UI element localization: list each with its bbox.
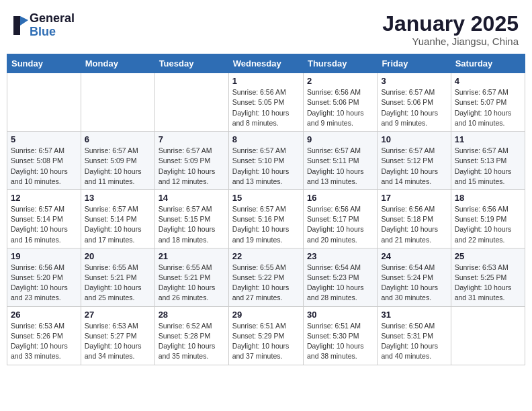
calendar-cell: 25Sunrise: 6:53 AM Sunset: 5:25 PM Dayli… [451, 248, 525, 306]
calendar-cell [81, 73, 154, 132]
calendar-cell: 13Sunrise: 6:57 AM Sunset: 5:14 PM Dayli… [81, 189, 154, 248]
calendar-cell: 3Sunrise: 6:57 AM Sunset: 5:06 PM Daylig… [378, 73, 451, 132]
day-number: 25 [455, 251, 521, 261]
day-info: Sunrise: 6:57 AM Sunset: 5:11 PM Dayligh… [307, 146, 373, 187]
weekday-header-friday: Friday [378, 54, 451, 73]
calendar-cell: 23Sunrise: 6:54 AM Sunset: 5:23 PM Dayli… [303, 248, 377, 306]
day-info: Sunrise: 6:51 AM Sunset: 5:30 PM Dayligh… [307, 321, 373, 362]
weekday-header-thursday: Thursday [303, 54, 377, 73]
calendar-week-row: 1Sunrise: 6:56 AM Sunset: 5:05 PM Daylig… [7, 73, 525, 132]
day-number: 22 [232, 251, 300, 261]
day-number: 5 [11, 134, 77, 144]
calendar-cell: 16Sunrise: 6:56 AM Sunset: 5:17 PM Dayli… [303, 189, 377, 248]
day-number: 29 [232, 310, 300, 320]
title-block: January 2025 Yuanhe, Jiangsu, China [382, 12, 519, 47]
day-info: Sunrise: 6:56 AM Sunset: 5:19 PM Dayligh… [455, 204, 521, 245]
weekday-header-row: SundayMondayTuesdayWednesdayThursdayFrid… [7, 54, 525, 73]
calendar-cell: 17Sunrise: 6:56 AM Sunset: 5:18 PM Dayli… [378, 189, 451, 248]
day-info: Sunrise: 6:57 AM Sunset: 5:13 PM Dayligh… [455, 146, 521, 187]
calendar-cell: 12Sunrise: 6:57 AM Sunset: 5:14 PM Dayli… [7, 189, 81, 248]
calendar-cell: 21Sunrise: 6:55 AM Sunset: 5:21 PM Dayli… [154, 248, 228, 306]
day-number: 7 [159, 134, 225, 144]
calendar-week-row: 26Sunrise: 6:53 AM Sunset: 5:26 PM Dayli… [7, 306, 525, 365]
day-info: Sunrise: 6:57 AM Sunset: 5:14 PM Dayligh… [11, 204, 77, 245]
calendar-week-row: 12Sunrise: 6:57 AM Sunset: 5:14 PM Dayli… [7, 189, 525, 248]
calendar-cell: 27Sunrise: 6:53 AM Sunset: 5:27 PM Dayli… [81, 306, 154, 365]
day-info: Sunrise: 6:56 AM Sunset: 5:06 PM Dayligh… [307, 87, 373, 128]
day-number: 30 [307, 310, 373, 320]
calendar-table: SundayMondayTuesdayWednesdayThursdayFrid… [7, 54, 525, 365]
weekday-header-sunday: Sunday [7, 54, 81, 73]
weekday-header-saturday: Saturday [451, 54, 525, 73]
day-number: 19 [11, 251, 77, 261]
calendar-cell: 14Sunrise: 6:57 AM Sunset: 5:15 PM Dayli… [154, 189, 228, 248]
calendar-cell: 7Sunrise: 6:57 AM Sunset: 5:09 PM Daylig… [154, 132, 228, 190]
day-info: Sunrise: 6:57 AM Sunset: 5:12 PM Dayligh… [381, 146, 447, 187]
calendar-cell: 6Sunrise: 6:57 AM Sunset: 5:09 PM Daylig… [81, 132, 154, 190]
day-info: Sunrise: 6:57 AM Sunset: 5:09 PM Dayligh… [85, 146, 151, 187]
day-number: 26 [11, 310, 77, 320]
day-number: 6 [85, 134, 151, 144]
day-info: Sunrise: 6:57 AM Sunset: 5:15 PM Dayligh… [159, 204, 225, 245]
day-number: 21 [159, 251, 225, 261]
day-number: 1 [232, 76, 300, 86]
day-info: Sunrise: 6:57 AM Sunset: 5:06 PM Dayligh… [381, 87, 447, 128]
calendar-cell: 1Sunrise: 6:56 AM Sunset: 5:05 PM Daylig… [228, 73, 303, 132]
day-info: Sunrise: 6:55 AM Sunset: 5:21 PM Dayligh… [85, 263, 151, 304]
calendar-cell: 19Sunrise: 6:56 AM Sunset: 5:20 PM Dayli… [7, 248, 81, 306]
calendar-cell: 30Sunrise: 6:51 AM Sunset: 5:30 PM Dayli… [303, 306, 377, 365]
day-info: Sunrise: 6:57 AM Sunset: 5:10 PM Dayligh… [232, 146, 300, 187]
day-info: Sunrise: 6:54 AM Sunset: 5:24 PM Dayligh… [381, 263, 447, 304]
day-info: Sunrise: 6:50 AM Sunset: 5:31 PM Dayligh… [381, 321, 447, 362]
day-number: 28 [159, 310, 225, 320]
calendar-cell: 10Sunrise: 6:57 AM Sunset: 5:12 PM Dayli… [378, 132, 451, 190]
day-number: 16 [307, 193, 373, 203]
calendar-cell [154, 73, 228, 132]
svg-rect-0 [13, 16, 20, 35]
calendar-week-row: 5Sunrise: 6:57 AM Sunset: 5:08 PM Daylig… [7, 132, 525, 190]
logo-blue: Blue [30, 26, 75, 39]
page-header: General Blue January 2025 Yuanhe, Jiangs… [7, 7, 525, 50]
day-number: 20 [85, 251, 151, 261]
svg-marker-1 [20, 16, 28, 26]
day-info: Sunrise: 6:56 AM Sunset: 5:18 PM Dayligh… [381, 204, 447, 245]
calendar-cell: 2Sunrise: 6:56 AM Sunset: 5:06 PM Daylig… [303, 73, 377, 132]
calendar-cell: 18Sunrise: 6:56 AM Sunset: 5:19 PM Dayli… [451, 189, 525, 248]
day-number: 11 [455, 134, 521, 144]
day-number: 4 [455, 76, 521, 86]
day-number: 9 [307, 134, 373, 144]
day-info: Sunrise: 6:57 AM Sunset: 5:08 PM Dayligh… [11, 146, 77, 187]
day-number: 8 [232, 134, 300, 144]
calendar-cell: 8Sunrise: 6:57 AM Sunset: 5:10 PM Daylig… [228, 132, 303, 190]
day-info: Sunrise: 6:51 AM Sunset: 5:29 PM Dayligh… [232, 321, 300, 362]
day-info: Sunrise: 6:55 AM Sunset: 5:22 PM Dayligh… [232, 263, 300, 304]
day-info: Sunrise: 6:53 AM Sunset: 5:25 PM Dayligh… [455, 263, 521, 304]
day-info: Sunrise: 6:57 AM Sunset: 5:16 PM Dayligh… [232, 204, 300, 245]
day-info: Sunrise: 6:53 AM Sunset: 5:26 PM Dayligh… [11, 321, 77, 362]
calendar-week-row: 19Sunrise: 6:56 AM Sunset: 5:20 PM Dayli… [7, 248, 525, 306]
weekday-header-wednesday: Wednesday [228, 54, 303, 73]
calendar-cell: 26Sunrise: 6:53 AM Sunset: 5:26 PM Dayli… [7, 306, 81, 365]
logo-general: General [30, 12, 75, 26]
calendar-cell: 9Sunrise: 6:57 AM Sunset: 5:11 PM Daylig… [303, 132, 377, 190]
day-info: Sunrise: 6:56 AM Sunset: 5:17 PM Dayligh… [307, 204, 373, 245]
day-number: 3 [381, 76, 447, 86]
calendar-cell [451, 306, 525, 365]
calendar-cell: 22Sunrise: 6:55 AM Sunset: 5:22 PM Dayli… [228, 248, 303, 306]
day-number: 14 [159, 193, 225, 203]
day-number: 13 [85, 193, 151, 203]
day-number: 18 [455, 193, 521, 203]
day-number: 31 [381, 310, 447, 320]
calendar-cell: 31Sunrise: 6:50 AM Sunset: 5:31 PM Dayli… [378, 306, 451, 365]
calendar-cell: 29Sunrise: 6:51 AM Sunset: 5:29 PM Dayli… [228, 306, 303, 365]
day-info: Sunrise: 6:57 AM Sunset: 5:07 PM Dayligh… [455, 87, 521, 128]
day-number: 12 [11, 193, 77, 203]
calendar-cell: 11Sunrise: 6:57 AM Sunset: 5:13 PM Dayli… [451, 132, 525, 190]
day-info: Sunrise: 6:52 AM Sunset: 5:28 PM Dayligh… [159, 321, 225, 362]
day-number: 27 [85, 310, 151, 320]
logo: General Blue [13, 12, 75, 39]
calendar-cell: 15Sunrise: 6:57 AM Sunset: 5:16 PM Dayli… [228, 189, 303, 248]
calendar-title: January 2025 [382, 12, 519, 36]
day-info: Sunrise: 6:56 AM Sunset: 5:20 PM Dayligh… [11, 263, 77, 304]
day-info: Sunrise: 6:54 AM Sunset: 5:23 PM Dayligh… [307, 263, 373, 304]
